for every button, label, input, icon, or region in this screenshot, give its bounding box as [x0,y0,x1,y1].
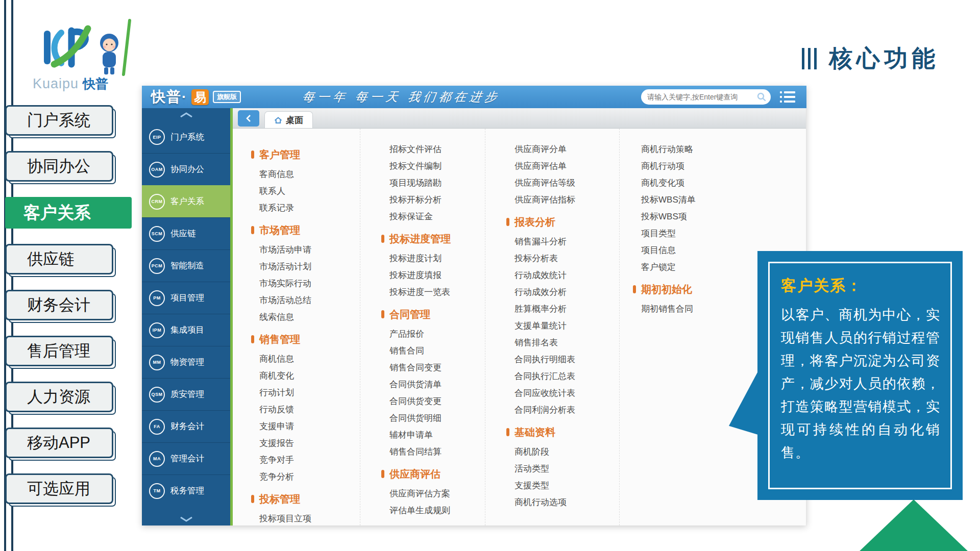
menu-row[interactable]: 活动类型 [506,460,619,477]
sidebar-item[interactable]: 门户系统 [5,105,113,136]
menu-row[interactable]: 行动成效统计 [506,267,619,284]
menu-row[interactable]: 投标管理 [251,490,360,508]
nav-scroll-up[interactable] [142,108,230,121]
nav-item[interactable]: MA 管理会计 [142,442,230,474]
menu-row[interactable]: 供应商评分单 [506,141,619,158]
menu-row[interactable]: 评估单生成规则 [381,502,485,519]
menu-row[interactable]: 商机阶段 [506,443,619,460]
nav-item[interactable]: EIP 门户系统 [142,121,230,153]
menu-row[interactable]: 合同供货明细 [381,410,485,427]
menu-row[interactable]: 合同管理 [381,305,485,323]
menu-row[interactable]: 合同利润分析表 [506,402,619,418]
menu-row[interactable]: 市场活动申请 [251,241,360,258]
menu-row[interactable]: 行动成效分析 [506,284,619,300]
menu-row[interactable]: 商机行动策略 [633,141,806,158]
nav-item[interactable]: PM 项目管理 [142,282,230,314]
nav-item[interactable]: QSM 质安管理 [142,378,230,410]
menu-row[interactable]: 市场活动总结 [251,292,360,309]
menu-row[interactable]: 合同执行明细表 [506,351,619,368]
menu-row[interactable]: 投标WBS清单 [633,191,806,208]
nav-item[interactable]: IPM 集成项目 [142,314,230,346]
nav-item[interactable]: OAM 协同办公 [142,153,230,185]
nav-item[interactable]: SCM 供应链 [142,217,230,249]
menu-list-icon[interactable] [780,91,795,103]
menu-row[interactable]: 商机信息 [251,350,360,367]
tab-desktop[interactable]: 桌面 [264,111,313,128]
menu-row[interactable]: 投标分析表 [506,250,619,267]
menu-row[interactable]: 合同应收统计表 [506,385,619,402]
sidebar-item[interactable]: 移动APP [5,428,113,458]
menu-row[interactable]: 支援报告 [251,435,360,452]
menu-row[interactable]: 投标项目立项 [251,510,360,525]
menu-row[interactable]: 供应商评估 [381,465,485,483]
menu-row[interactable]: 报表分析 [506,213,619,231]
menu-row[interactable]: 项目现场踏勘 [381,174,485,191]
menu-row[interactable]: 投标进度管理 [381,230,485,248]
menu-row[interactable]: 商机变化 [251,367,360,384]
menu-row[interactable]: 行动反馈 [251,401,360,418]
menu-row[interactable]: 市场活动计划 [251,258,360,275]
menu-row[interactable]: 联系记录 [251,199,360,216]
menu-row[interactable]: 支援单量统计 [506,317,619,334]
menu-row[interactable]: 项目类型 [633,225,806,242]
menu-row[interactable]: 销售合同结算 [381,443,485,460]
sidebar-item[interactable]: 供应链 [5,244,113,274]
menu-row[interactable]: 投标开标分析 [381,191,485,208]
sidebar-item[interactable]: 协同办公 [5,151,113,182]
menu-row[interactable]: 销售管理 [251,330,360,348]
nav-item[interactable]: FA 财务会计 [142,410,230,442]
menu-row[interactable]: 产品报价 [381,325,485,342]
menu-row[interactable]: 供应商评估指标 [506,191,619,208]
nav-item[interactable]: PCM 智能制造 [142,249,230,282]
menu-row[interactable]: 合同供货变更 [381,393,485,410]
menu-row[interactable]: 销售漏斗分析 [506,233,619,250]
group-bullet-icon [381,470,384,478]
menu-row[interactable]: 供应商评估单 [506,158,619,174]
menu-row[interactable]: 投标保证金 [381,208,485,225]
nav-item[interactable]: TM 税务管理 [142,474,230,507]
nav-scroll-down[interactable] [142,513,230,525]
menu-row[interactable]: 基础资料 [506,423,619,441]
menu-row[interactable]: 支援类型 [506,477,619,494]
menu-row[interactable]: 胜算概率分析 [506,300,619,317]
menu-row[interactable]: 投标WBS项 [633,208,806,225]
menu-row[interactable]: 销售合同变更 [381,359,485,376]
menu-row[interactable]: 招标文件评估 [381,141,485,158]
menu-row[interactable]: 销售排名表 [506,334,619,351]
sidebar-item[interactable]: 人力资源 [5,382,113,412]
menu-row[interactable]: 供应商评估等级 [506,174,619,191]
search-input[interactable] [647,93,756,101]
sidebar-item[interactable]: 售后管理 [5,336,113,366]
nav-item[interactable]: MM 物资管理 [142,346,230,378]
menu-row[interactable]: 合同供货清单 [381,376,485,393]
menu-row[interactable]: 线索信息 [251,309,360,325]
menu-row[interactable]: 支援申请 [251,418,360,435]
menu-row[interactable]: 联系人 [251,183,360,199]
menu-row[interactable]: 商机行动选项 [506,494,619,511]
menu-row[interactable]: 投标进度计划 [381,250,485,267]
menu-row[interactable]: 投标进度一览表 [381,284,485,300]
menu-row[interactable]: 客户管理 [251,145,360,164]
sidebar-item[interactable]: 财务会计 [5,290,113,320]
menu-row[interactable]: 商机变化项 [633,174,806,191]
search-icon[interactable] [756,92,767,102]
sidebar-item[interactable]: 可选应用 [5,473,113,504]
sidebar-item-label: 可选应用 [27,478,90,499]
menu-row[interactable]: 竞争对手 [251,452,360,468]
menu-row[interactable]: 投标文件编制 [381,158,485,174]
back-button[interactable] [238,110,259,127]
menu-row[interactable]: 竞争分析 [251,468,360,485]
nav-item-label: 智能制造 [170,260,204,271]
menu-row[interactable]: 供应商评估方案 [381,485,485,502]
menu-row[interactable]: 市场实际行动 [251,275,360,292]
menu-row[interactable]: 合同执行汇总表 [506,368,619,385]
menu-row[interactable]: 市场管理 [251,221,360,239]
sidebar-item[interactable]: 客户关系 [5,197,132,229]
menu-row[interactable]: 商机行动项 [633,158,806,174]
menu-row[interactable]: 销售合同 [381,342,485,359]
menu-row[interactable]: 投标进度填报 [381,267,485,284]
menu-row[interactable]: 客商信息 [251,166,360,183]
menu-row[interactable]: 辅材申请单 [381,427,485,443]
nav-item[interactable]: CRM 客户关系 [142,185,230,217]
menu-row[interactable]: 行动计划 [251,384,360,401]
